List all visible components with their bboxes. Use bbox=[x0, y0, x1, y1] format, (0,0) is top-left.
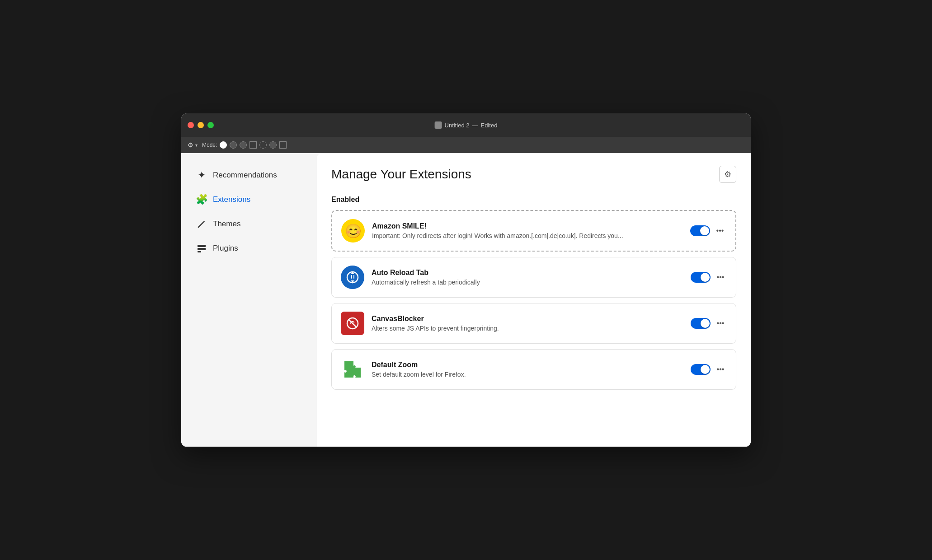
canvas-blocker-controls: ••• bbox=[691, 317, 727, 330]
extension-card-auto-reload: Auto Reload Tab Automatically refresh a … bbox=[331, 257, 736, 298]
settings-button[interactable]: ⚙ bbox=[719, 166, 736, 183]
extensions-icon: 🧩 bbox=[196, 194, 207, 205]
canvas-blocker-toggle[interactable] bbox=[691, 318, 711, 329]
svg-rect-5 bbox=[353, 275, 354, 279]
mode-btn-1[interactable] bbox=[220, 141, 227, 149]
gear-icon: ⚙ bbox=[188, 141, 193, 149]
mode-btn-6[interactable] bbox=[269, 141, 277, 149]
more-dots-icon: ••• bbox=[717, 365, 725, 373]
amazon-smile-icon: 😊 bbox=[341, 219, 365, 243]
default-zoom-info: Default Zoom Set default zoom level for … bbox=[372, 361, 683, 378]
sidebar-item-plugins[interactable]: Plugins bbox=[188, 237, 310, 260]
sidebar-label-extensions: Extensions bbox=[213, 195, 250, 204]
mode-btn-4[interactable] bbox=[249, 141, 257, 149]
browser-window: Untitled 2 — Edited ⚙ ▾ Mode: ✦ Recommen… bbox=[181, 113, 751, 447]
extension-card-amazon-smile: 😊 Amazon SMILE! Important: Only redirect… bbox=[331, 210, 736, 252]
toolbar: ⚙ ▾ Mode: bbox=[181, 137, 751, 153]
default-zoom-desc: Set default zoom level for Firefox. bbox=[372, 371, 683, 378]
window-title: Untitled 2 — Edited bbox=[435, 121, 498, 129]
canvas-blocker-info: CanvasBlocker Alters some JS APIs to pre… bbox=[372, 315, 683, 332]
canvas-blocker-name: CanvasBlocker bbox=[372, 315, 683, 323]
auto-reload-name: Auto Reload Tab bbox=[372, 269, 683, 277]
title-status: Edited bbox=[481, 122, 498, 129]
maximize-button[interactable] bbox=[207, 122, 214, 128]
default-zoom-toggle[interactable] bbox=[691, 364, 711, 375]
sidebar-item-extensions[interactable]: 🧩 Extensions bbox=[188, 188, 310, 211]
section-enabled-label: Enabled bbox=[331, 196, 736, 204]
window-icon bbox=[435, 121, 442, 129]
titlebar: Untitled 2 — Edited bbox=[181, 113, 751, 137]
canvas-blocker-icon bbox=[341, 312, 364, 335]
mode-btn-7[interactable] bbox=[279, 141, 287, 149]
default-zoom-name: Default Zoom bbox=[372, 361, 683, 369]
extension-card-canvas-blocker: CanvasBlocker Alters some JS APIs to pre… bbox=[331, 303, 736, 344]
svg-rect-0 bbox=[198, 245, 206, 247]
auto-reload-more-button[interactable]: ••• bbox=[714, 271, 727, 284]
mode-label: Mode: bbox=[202, 142, 217, 148]
sidebar: ✦ Recommendations 🧩 Extensions Themes bbox=[181, 153, 317, 447]
default-zoom-icon bbox=[341, 358, 364, 381]
minimize-button[interactable] bbox=[198, 122, 204, 128]
main-content: Manage Your Extensions ⚙ Enabled 😊 Amazo… bbox=[317, 153, 751, 447]
svg-rect-2 bbox=[198, 251, 201, 252]
amazon-smile-controls: ••• bbox=[690, 224, 726, 237]
svg-rect-1 bbox=[198, 248, 206, 250]
svg-point-3 bbox=[341, 266, 364, 289]
settings-gear-icon: ⚙ bbox=[724, 169, 731, 179]
main-header: Manage Your Extensions ⚙ bbox=[331, 166, 736, 183]
auto-reload-info: Auto Reload Tab Automatically refresh a … bbox=[372, 269, 683, 286]
auto-reload-desc: Automatically refresh a tab periodically bbox=[372, 279, 683, 286]
default-zoom-controls: ••• bbox=[691, 363, 727, 376]
more-dots-icon: ••• bbox=[717, 273, 725, 281]
mode-btn-3[interactable] bbox=[240, 141, 247, 149]
recommendations-icon: ✦ bbox=[196, 169, 207, 181]
sidebar-label-plugins: Plugins bbox=[213, 244, 238, 253]
more-dots-icon: ••• bbox=[716, 227, 724, 235]
mode-btn-2[interactable] bbox=[230, 141, 237, 149]
content-area: ✦ Recommendations 🧩 Extensions Themes bbox=[181, 153, 751, 447]
toolbar-gear-button[interactable]: ⚙ ▾ bbox=[188, 141, 198, 149]
title-text: Untitled 2 bbox=[445, 122, 470, 129]
amazon-smile-desc: Important: Only redirects after login! W… bbox=[372, 232, 683, 239]
amazon-smile-more-button[interactable]: ••• bbox=[714, 224, 726, 237]
svg-rect-4 bbox=[351, 275, 352, 279]
amazon-smile-name: Amazon SMILE! bbox=[372, 222, 683, 230]
traffic-lights bbox=[188, 122, 214, 128]
plugins-icon bbox=[196, 243, 207, 254]
sidebar-item-themes[interactable]: Themes bbox=[188, 213, 310, 235]
page-title: Manage Your Extensions bbox=[331, 167, 471, 182]
mode-controls: Mode: bbox=[202, 141, 287, 149]
title-separator: — bbox=[472, 122, 478, 129]
auto-reload-icon bbox=[341, 266, 364, 289]
gear-dropdown-icon: ▾ bbox=[195, 143, 198, 148]
sidebar-label-recommendations: Recommendations bbox=[213, 171, 277, 180]
close-button[interactable] bbox=[188, 122, 194, 128]
default-zoom-more-button[interactable]: ••• bbox=[714, 363, 727, 376]
amazon-smile-toggle[interactable] bbox=[690, 225, 710, 236]
amazon-smile-info: Amazon SMILE! Important: Only redirects … bbox=[372, 222, 683, 239]
canvas-blocker-desc: Alters some JS APIs to prevent fingerpri… bbox=[372, 325, 683, 332]
auto-reload-controls: ••• bbox=[691, 271, 727, 284]
mode-btn-5[interactable] bbox=[259, 141, 267, 149]
more-dots-icon: ••• bbox=[717, 319, 725, 327]
themes-icon bbox=[196, 218, 207, 230]
sidebar-label-themes: Themes bbox=[213, 219, 240, 229]
sidebar-item-recommendations[interactable]: ✦ Recommendations bbox=[188, 164, 310, 187]
auto-reload-toggle[interactable] bbox=[691, 272, 711, 283]
extension-card-default-zoom: Default Zoom Set default zoom level for … bbox=[331, 349, 736, 390]
canvas-blocker-more-button[interactable]: ••• bbox=[714, 317, 727, 330]
